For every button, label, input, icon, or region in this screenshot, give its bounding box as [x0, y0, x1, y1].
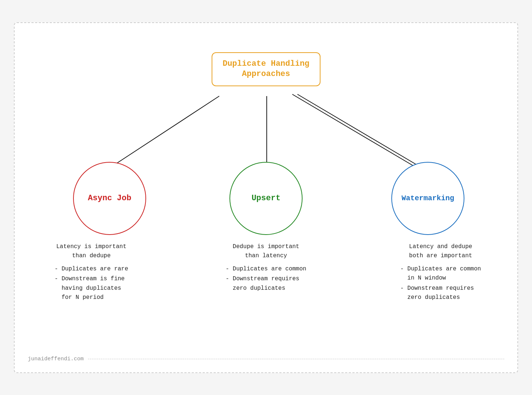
svg-line-5 [297, 94, 418, 166]
svg-line-4 [292, 94, 413, 166]
async-job-node: Async Job [73, 162, 146, 235]
watermarking-bullet-1: - Duplicates are common in N window [400, 265, 481, 283]
footer-line [88, 359, 504, 359]
watermarking-bullet-2: - Downstream requires zero duplicates [400, 284, 481, 303]
upsert-node: Upsert [229, 162, 303, 235]
upsert-heading: Dedupe is importantthan latency [208, 242, 324, 261]
svg-line-0 [113, 96, 219, 166]
async-heading: Latency is importantthan dedupe [33, 242, 150, 261]
upsert-bullet-1: - Duplicates are common [226, 265, 307, 274]
footer-text: junaideffendi.com [28, 356, 84, 362]
root-node-label: Duplicate Handling Approaches [223, 59, 309, 79]
footer: junaideffendi.com [28, 356, 504, 362]
async-bullet-2: - Downstream is fine having duplicates f… [54, 274, 128, 303]
diagram-container: Duplicate Handling Approaches Async Job … [14, 22, 518, 373]
root-node: Duplicate Handling Approaches [212, 52, 320, 86]
upsert-description: Dedupe is importantthan latency - Duplic… [208, 242, 324, 294]
upsert-bullet-2: - Downstream requires zero duplicates [226, 274, 307, 293]
async-job-label: Async Job [88, 194, 132, 203]
watermarking-label: Watermarking [402, 194, 454, 202]
upsert-label: Upsert [251, 194, 280, 203]
watermarking-bullets: - Duplicates are common in N window - Do… [400, 265, 481, 303]
async-bullet-1: - Duplicates are rare [54, 265, 128, 274]
async-description: Latency is importantthan dedupe - Duplic… [33, 242, 150, 304]
upsert-bullets: - Duplicates are common - Downstream req… [226, 265, 307, 294]
watermarking-node: Watermarking [391, 162, 464, 235]
watermarking-description: Latency and dedupeboth are important - D… [375, 242, 506, 304]
async-bullets: - Duplicates are rare - Downstream is fi… [54, 265, 128, 303]
watermarking-heading: Latency and dedupeboth are important [375, 242, 506, 261]
